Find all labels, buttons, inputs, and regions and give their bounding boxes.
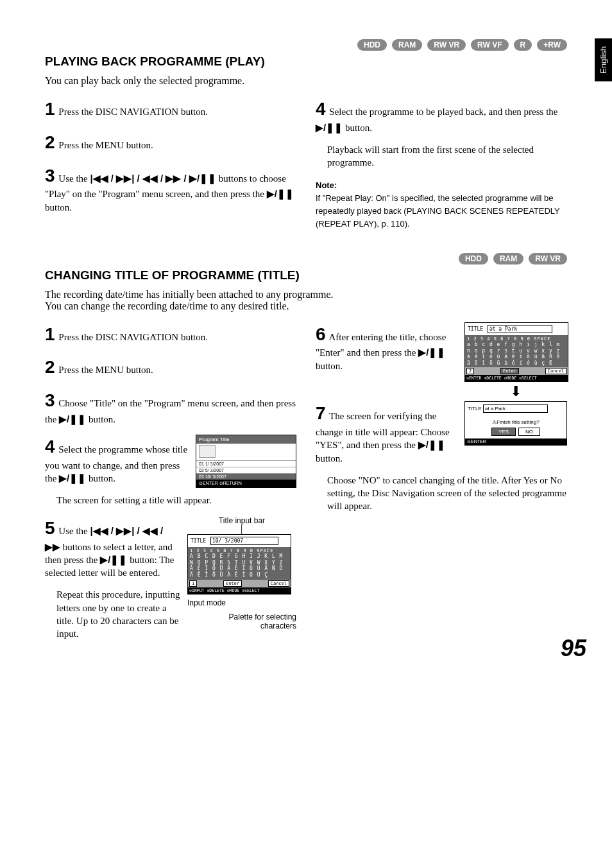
confirm-buttons: YESNO [468, 429, 564, 438]
s2-step3: 3 Choose "Title" on the "Program" menu s… [45, 388, 296, 426]
palette-footer: 2 Enter Cancel [465, 367, 568, 375]
play-pause-icon: ▶/❚❚ [418, 347, 445, 358]
step-number-4: 4 [316, 99, 326, 119]
badge-r: R [514, 39, 532, 51]
language-tab: English [595, 39, 612, 82]
yes-button: YES [491, 428, 516, 436]
s1-step1: 1 Press the DISC NAVIGATION button. [45, 97, 296, 121]
section1-title: PLAYING BACK PROGRAMME (PLAY) [45, 55, 567, 69]
play-pause-icon: ▶/❚❚ [59, 473, 86, 483]
step-number-6: 6 [316, 324, 326, 344]
mini-row: 02 5/ 3/2007 [196, 467, 296, 473]
palette-label: Palette for selecting characters [187, 612, 296, 630]
step-number-3: 3 [45, 166, 55, 186]
badge-ram: RAM [493, 253, 523, 265]
mini-row: 01 1/ 3/2007 [196, 460, 296, 467]
s1-step4-cont: Playback will start from the first scene… [316, 143, 567, 169]
program-title-screen: Program Title 01 1/ 3/2007 02 5/ 3/2007 … [196, 435, 296, 488]
s1-step2: 2 Press the MENU button. [45, 130, 296, 155]
s1-step4: 4 Select the programme to be played back… [316, 97, 567, 134]
s2-step4-row: 4 Select the programme whose title you w… [45, 435, 296, 494]
step6-screens: TITLE at a Park 1 2 3 4 5 6 7 8 9 0 SPAC… [464, 322, 567, 402]
title-input-screen: TITLE 10/ 3/2007 1 2 3 4 5 6 7 8 9 0 SPA… [187, 534, 291, 595]
note-heading: Note: [316, 180, 337, 190]
s2-step7-row: 7 The screen for verifying the change in… [316, 401, 567, 474]
step-number-5: 5 [45, 518, 55, 538]
char-palette: 1 2 3 4 5 6 7 8 9 0 SPACE A B C D E F G … [188, 547, 291, 580]
s2-step7: 7 The screen for verifying the change in… [316, 401, 458, 465]
s1-step3: 3 Use the |◀◀ / ▶▶| / ◀◀ / ▶▶ / ▶/❚❚ but… [45, 164, 296, 214]
palette-footer: 1 Enter Cancel [188, 580, 291, 587]
s2-step4-cont: The screen for setting a title will appe… [45, 494, 296, 507]
section2-badges: HDD RAM RW VR [45, 252, 567, 265]
mini-row-selected: 03 10/ 3/2007 [196, 473, 296, 480]
badge-hdd: HDD [459, 253, 488, 265]
step-number-3: 3 [45, 390, 55, 410]
section2-intro: The recording date/time has initially be… [45, 289, 567, 312]
section2-title: CHANGING TITLE OF PROGRAMME (TITLE) [45, 268, 567, 282]
section1-intro: You can play back only the selected prog… [45, 75, 567, 87]
arrow-down-icon: ⬇ [464, 385, 567, 399]
s2-step6-row: 6 After entering the title, choose "Ente… [316, 322, 567, 402]
step-number-1: 1 [45, 99, 55, 119]
step-number-1: 1 [45, 324, 55, 344]
play-pause-icon: ▶/❚❚ [316, 122, 343, 133]
badge-rwvr: RW VR [427, 39, 466, 51]
s1-note: Note: If "Repeat Play: On" is specified,… [316, 178, 567, 230]
badge-plusrw: +RW [537, 39, 567, 51]
no-button: NO [518, 428, 540, 436]
step-number-2: 2 [45, 357, 55, 377]
s2-step1: 1 Press the DISC NAVIGATION button. [45, 322, 296, 347]
s2-step4: 4 Select the programme whose title you w… [45, 435, 189, 485]
input-mode-label: Input mode [187, 598, 296, 607]
mini-header: Program Title [196, 435, 296, 444]
note-body: If "Repeat Play: On" is specified, the s… [316, 193, 560, 229]
badge-rwvf: RW VF [471, 39, 508, 51]
nav-buttons-icon: |◀◀ / ▶▶| / ◀◀ / ▶▶ / ▶/❚❚ [90, 173, 216, 184]
mini-thumbnail [199, 445, 216, 458]
s2-after: Choose "NO" to cancel changing of the ti… [316, 474, 567, 513]
page-number: 95 [561, 635, 586, 662]
step-number-7: 7 [316, 403, 326, 423]
s2-step5-row: 5 Use the |◀◀ / ▶▶| / ◀◀ / ▶▶ buttons to… [45, 516, 296, 650]
play-pause-icon: ▶/❚❚ [267, 188, 294, 199]
s2-step6: 6 After entering the title, choose "Ente… [316, 322, 458, 372]
confirm-footer: ⊙ENTER [465, 438, 566, 445]
char-palette-lower: 1 2 3 4 5 6 7 8 9 0 SPACE a b c d e f g … [465, 335, 568, 368]
play-pause-icon: ▶/❚❚ [418, 439, 445, 450]
title-input-column: Title input bar │ TITLE 10/ 3/2007 1 2 3… [187, 516, 296, 630]
play-pause-icon: ▶/❚❚ [100, 554, 127, 565]
s2-step5-cont: Repeat this procedure, inputting letters… [45, 588, 181, 640]
confirm-message: ⚠Finish title setting? [468, 413, 564, 429]
step-number-2: 2 [45, 132, 55, 152]
badge-ram: RAM [392, 39, 422, 51]
badge-rwvr: RW VR [529, 253, 567, 265]
step-number-4: 4 [45, 437, 55, 456]
mini-footer: ⊙ENTER ⊙RETURN [196, 480, 296, 487]
badge-hdd: HDD [357, 39, 387, 51]
title-bar-value: 10/ 3/2007 [210, 537, 278, 545]
s2-step5: 5 Use the |◀◀ / ▶▶| / ◀◀ / ▶▶ buttons to… [45, 516, 181, 580]
title-input-bar-label: Title input bar [187, 516, 296, 525]
confirm-screen: TITLE at a Park ⚠Finish title setting? Y… [464, 401, 567, 446]
play-pause-icon: ▶/❚❚ [59, 413, 86, 424]
section1-badges: HDD RAM RW VR RW VF R +RW [45, 39, 567, 51]
title-confirm-small-screen: TITLE at a Park 1 2 3 4 5 6 7 8 9 0 SPAC… [464, 322, 568, 383]
palette-black-footer: ⊙INPUT ⊙DELETE ⊙MODE ⊙SELECT [188, 587, 291, 594]
s2-step2: 2 Press the MENU button. [45, 355, 296, 379]
